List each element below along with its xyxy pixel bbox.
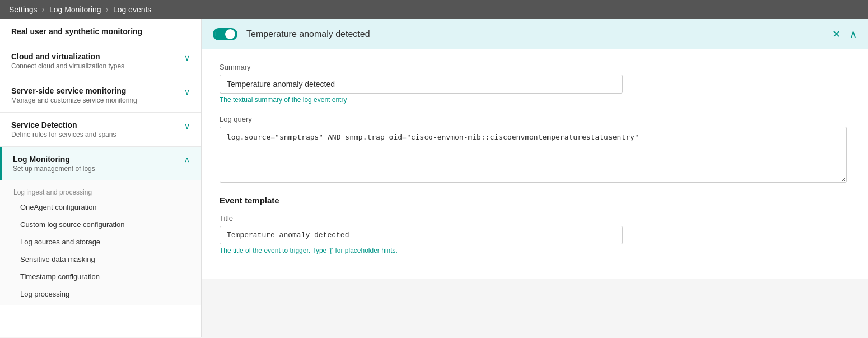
toggle-circle xyxy=(225,29,235,39)
chevron-down-icon-server: ∨ xyxy=(184,87,190,96)
event-template-heading: Event template xyxy=(220,196,850,205)
sidebar-section-log-monitoring: Log Monitoring Set up management of logs… xyxy=(0,147,201,305)
sidebar-section-subtitle-log-monitoring: Set up management of logs xyxy=(13,165,95,173)
sidebar-section-title-real-user: Real user and synthetic monitoring xyxy=(11,27,142,36)
sidebar-section-subtitle-cloud: Connect cloud and virtualization types xyxy=(11,62,124,70)
sidebar-sub-label-log-ingest: Log ingest and processing xyxy=(0,183,201,198)
summary-hint: The textual summary of the log event ent… xyxy=(220,96,850,104)
sidebar-section-server: Server-side service monitoring Manage an… xyxy=(0,78,201,113)
sidebar-item-sensitive[interactable]: Sensitive data masking xyxy=(0,251,201,268)
event-card-actions: ✕ ∧ xyxy=(832,29,857,39)
sidebar-section-title-service-detection: Service Detection xyxy=(11,121,116,129)
sidebar-section-subtitle-service-detection: Define rules for services and spans xyxy=(11,131,116,138)
breadcrumb-settings[interactable]: Settings xyxy=(9,5,38,14)
sidebar-section-title-log-monitoring: Log Monitoring xyxy=(13,155,95,164)
summary-label: Summary xyxy=(220,63,850,71)
sidebar-sub-items-log-monitoring: Log ingest and processing OneAgent confi… xyxy=(0,180,201,305)
sidebar-section-service-detection: Service Detection Define rules for servi… xyxy=(0,113,201,147)
sidebar-section-header-cloud[interactable]: Cloud and virtualization Connect cloud a… xyxy=(0,44,201,78)
log-query-label: Log query xyxy=(220,115,850,123)
breadcrumb-sep-2: › xyxy=(106,4,109,15)
sidebar-section-header-service-detection[interactable]: Service Detection Define rules for servi… xyxy=(0,113,201,146)
event-card-title: Temperature anomaly detected xyxy=(246,29,823,39)
chevron-down-icon-cloud: ∨ xyxy=(184,53,190,62)
title-input[interactable] xyxy=(220,226,623,244)
log-query-textarea[interactable] xyxy=(220,127,847,183)
title-label: Title xyxy=(220,214,850,223)
breadcrumb-log-monitoring[interactable]: Log Monitoring xyxy=(49,5,101,14)
sidebar-item-oneagent[interactable]: OneAgent configuration xyxy=(0,198,201,216)
chevron-down-icon-service-detection: ∨ xyxy=(184,122,190,131)
title-hint: The title of the event to trigger. Type … xyxy=(220,247,850,254)
breadcrumb: Settings › Log Monitoring › Log events xyxy=(0,0,868,19)
sidebar: Real user and synthetic monitoring Cloud… xyxy=(0,19,202,337)
sidebar-item-log-processing[interactable]: Log processing xyxy=(0,285,201,303)
sidebar-section-title-cloud: Cloud and virtualization xyxy=(11,52,124,61)
summary-input[interactable] xyxy=(220,75,623,94)
event-card: I Temperature anomaly detected ✕ ∧ Summa… xyxy=(202,19,868,279)
sidebar-section-header-server[interactable]: Server-side service monitoring Manage an… xyxy=(0,78,201,112)
breadcrumb-sep-1: › xyxy=(42,4,45,15)
form-content: Summary The textual summary of the log e… xyxy=(202,49,868,279)
sidebar-item-log-sources[interactable]: Log sources and storage xyxy=(0,233,201,251)
event-toggle[interactable]: I xyxy=(213,28,237,40)
event-template-group: Event template Title The title of the ev… xyxy=(220,196,850,254)
close-icon[interactable]: ✕ xyxy=(832,29,841,39)
breadcrumb-log-events[interactable]: Log events xyxy=(113,5,152,14)
sidebar-section-cloud: Cloud and virtualization Connect cloud a… xyxy=(0,44,201,78)
log-query-group: Log query xyxy=(220,115,850,184)
sidebar-section-subtitle-server: Manage and customize service monitoring xyxy=(11,96,137,104)
toggle-label: I xyxy=(215,31,217,38)
collapse-icon[interactable]: ∧ xyxy=(850,29,857,39)
sidebar-section-header-real-user[interactable]: Real user and synthetic monitoring xyxy=(0,19,201,44)
main-content: I Temperature anomaly detected ✕ ∧ Summa… xyxy=(202,19,868,337)
summary-group: Summary The textual summary of the log e… xyxy=(220,63,850,104)
sidebar-item-timestamp[interactable]: Timestamp configuration xyxy=(0,268,201,285)
sidebar-section-title-server: Server-side service monitoring xyxy=(11,86,137,95)
event-card-header: I Temperature anomaly detected ✕ ∧ xyxy=(202,19,868,49)
sidebar-item-custom-log[interactable]: Custom log source configuration xyxy=(0,216,201,233)
chevron-up-icon-log-monitoring: ∨ xyxy=(184,156,190,165)
sidebar-section-real-user: Real user and synthetic monitoring xyxy=(0,19,201,44)
sidebar-section-header-log-monitoring[interactable]: Log Monitoring Set up management of logs… xyxy=(0,147,201,180)
